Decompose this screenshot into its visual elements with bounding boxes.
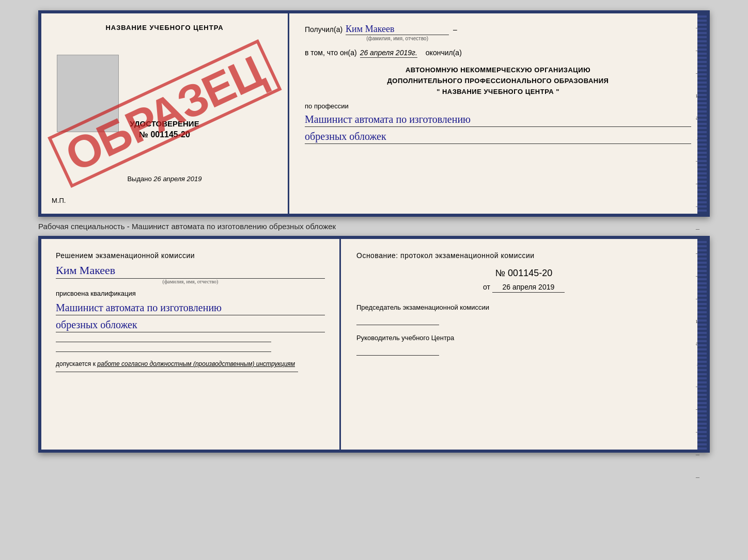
dopuskaetsya-label: допускается к — [56, 360, 96, 367]
finished-label: окончил(а) — [426, 49, 462, 57]
head-block: Руководитель учебного Центра — [356, 333, 691, 356]
bottom-certificate-booklet: Решением экзаменационной комиссии Ким Ма… — [38, 236, 710, 453]
profession-line2-top: обрезных обложек — [305, 129, 691, 144]
fio-subtext-top: (фамилия, имя, отчество) — [346, 36, 449, 41]
issued-date: 26 апреля 2019 — [153, 175, 201, 183]
bottom-name: Ким Макеев — [56, 264, 325, 277]
bottom-left-title: Решением экзаменационной комиссии — [56, 251, 325, 260]
cert-left-page: НАЗВАНИЕ УЧЕБНОГО ЦЕНТРА ОБРАЗЕЦ УДОСТОВ… — [41, 13, 289, 214]
dopuskaetsya-value: работе согласно должностным (производств… — [97, 360, 295, 367]
cert-bottom-left-page: Решением экзаменационной комиссии Ким Ма… — [41, 239, 341, 450]
chairman-sig-line — [356, 325, 439, 325]
date-row: в том, что он(а) 26 апреля 2019г. окончи… — [305, 49, 691, 58]
top-certificate-booklet: НАЗВАНИЕ УЧЕБНОГО ЦЕНТРА ОБРАЗЕЦ УДОСТОВ… — [38, 10, 710, 217]
date-prefix: от — [483, 283, 490, 291]
received-label: Получил(а) — [305, 25, 342, 34]
org-line2: ДОПОЛНИТЕЛЬНОГО ПРОФЕССИОНАЛЬНОГО ОБРАЗО… — [305, 76, 691, 87]
chairman-label: Председатель экзаменационной комиссии — [356, 303, 691, 312]
spine-right — [697, 13, 707, 214]
cert-left-issued: Выдано 26 апреля 2019 — [52, 175, 277, 183]
profession-label-top: по профессии — [305, 102, 349, 110]
bottom-line2 — [56, 351, 271, 352]
dash-after-name: – — [453, 25, 457, 34]
head-sig-line — [356, 355, 439, 356]
bottom-line-under — [56, 372, 298, 372]
prisvoena-label: присвоена квалификация — [56, 290, 325, 297]
mp-label: М.П. — [52, 197, 66, 204]
photo-placeholder — [57, 55, 119, 132]
bottom-line1 — [56, 342, 271, 342]
document-container: НАЗВАНИЕ УЧЕБНОГО ЦЕНТРА ОБРАЗЕЦ УДОСТОВ… — [38, 10, 710, 453]
issued-label: Выдано — [127, 175, 151, 183]
recipient-name: Ким Макеев — [346, 24, 449, 35]
fio-subtext-bottom: (фамилия, имя, отчество) — [56, 278, 325, 284]
dopuskaetsya-text: допускается к работе согласно должностны… — [56, 360, 325, 367]
bottom-right-title: Основание: протокол экзаменационной коми… — [356, 251, 691, 260]
org-block: АВТОНОМНУЮ НЕКОММЕРЧЕСКУЮ ОРГАНИЗАЦИЮ ДО… — [305, 65, 691, 97]
bottom-profession-line2: обрезных обложек — [56, 317, 325, 332]
chairman-block: Председатель экзаменационной комиссии — [356, 303, 691, 325]
cert-left-subtitle: УДОСТОВЕРЕНИЕ — [130, 119, 199, 128]
received-row: Получил(а) Ким Макеев (фамилия, имя, отч… — [305, 24, 691, 41]
spine-right-bottom — [697, 239, 707, 450]
profession-block-top: по профессии Машинист автомата по изгото… — [305, 102, 691, 144]
org-line1: АВТОНОМНУЮ НЕКОММЕРЧЕСКУЮ ОРГАНИЗАЦИЮ — [305, 65, 691, 76]
cert-bottom-right-page: Основание: протокол экзаменационной коми… — [341, 239, 707, 450]
cert-right-page: Получил(а) Ким Макеев (фамилия, имя, отч… — [289, 13, 707, 214]
org-line3: " НАЗВАНИЕ УЧЕБНОГО ЦЕНТРА " — [305, 87, 691, 98]
bottom-right-date: от 26 апреля 2019 — [356, 283, 691, 293]
profession-line1-top: Машинист автомата по изготовлению — [305, 112, 691, 127]
date-label: в том, что он(а) — [305, 49, 357, 57]
separator-text: Рабочая специальность - Машинист автомат… — [38, 217, 710, 236]
protocol-date: 26 апреля 2019 — [492, 283, 565, 293]
date-value: 26 апреля 2019г. — [360, 49, 417, 58]
bottom-profession-line1: Машинист автомата по изготовлению — [56, 300, 325, 315]
bottom-right-number: № 001145-20 — [356, 268, 691, 279]
cert-left-number: № 001145-20 — [139, 130, 190, 139]
cert-school-title: НАЗВАНИЕ УЧЕБНОГО ЦЕНТРА — [105, 24, 223, 31]
head-label: Руководитель учебного Центра — [356, 333, 691, 343]
